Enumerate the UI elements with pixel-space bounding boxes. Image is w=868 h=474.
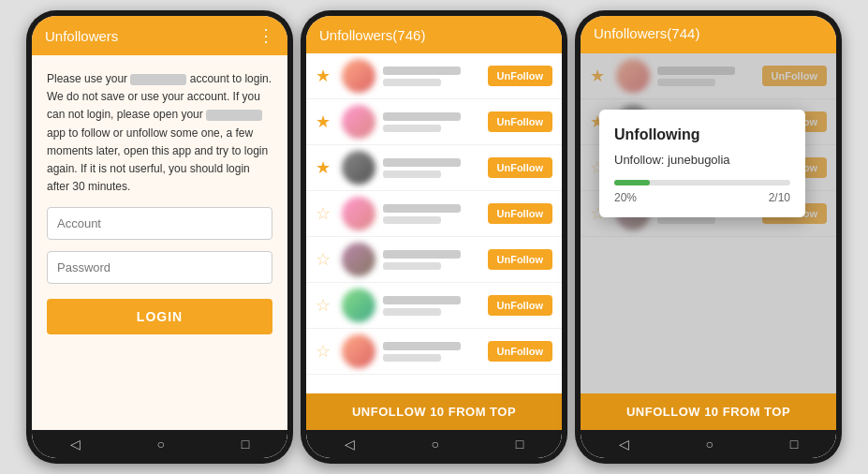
phone-1: Unfollowers ⋮ Please use your account to…: [26, 10, 293, 464]
avatar: [342, 289, 375, 322]
avatar: [342, 243, 375, 276]
unfollow-top-button-3[interactable]: UNFOLLOW 10 FROM TOP: [581, 393, 836, 430]
user-sub-blur: [383, 170, 441, 178]
list-item: ★ UnFollow: [306, 99, 562, 145]
list-item: ☆ UnFollow: [306, 329, 562, 375]
list-item: ☆ UnFollow: [306, 237, 562, 283]
password-input[interactable]: [47, 251, 272, 284]
user-info: [383, 67, 480, 86]
star-icon[interactable]: ★: [316, 157, 334, 178]
username-blur: [383, 112, 461, 121]
progress-count: 2/10: [769, 191, 790, 204]
progress-bar-fill: [614, 180, 650, 185]
nav-home-icon[interactable]: ○: [432, 437, 439, 452]
username-blur: [383, 250, 461, 259]
unfollowing-dialog: Unfollowing Unfollow: junebugolia 20% 2/…: [599, 110, 805, 217]
list-item: ★ UnFollow: [306, 53, 562, 99]
account-input[interactable]: [47, 207, 272, 240]
app-header-3: Unfollowers(744): [581, 16, 836, 53]
info-text: Please use your account to login. We do …: [47, 70, 272, 196]
login-button[interactable]: LOGIN: [47, 299, 272, 334]
avatar: [342, 197, 375, 230]
user-info: [383, 158, 480, 178]
unfollow-button[interactable]: UnFollow: [488, 157, 553, 178]
list-item: ☆ UnFollow: [306, 283, 562, 329]
phone3-screen: ★ UnFollow ★: [581, 53, 836, 430]
unfollow-button[interactable]: UnFollow: [488, 249, 553, 270]
phone-2: Unfollowers(746) ★ UnFollow ★: [301, 10, 567, 464]
star-icon[interactable]: ★: [316, 111, 334, 132]
star-outline-icon[interactable]: ☆: [316, 249, 334, 270]
followers-list: ★ UnFollow ★ UnFollow: [306, 53, 562, 393]
user-sub-blur: [383, 354, 441, 362]
star-outline-icon[interactable]: ☆: [316, 295, 334, 316]
menu-icon[interactable]: ⋮: [257, 25, 274, 46]
user-info: [383, 296, 480, 316]
dialog-overlay: Unfollowing Unfollow: junebugolia 20% 2/…: [581, 53, 836, 430]
unfollow-button[interactable]: UnFollow: [488, 111, 553, 132]
user-sub-blur: [383, 125, 441, 132]
app-header-2: Unfollowers(746): [306, 16, 562, 53]
unfollow-button[interactable]: UnFollow: [488, 66, 553, 86]
progress-bar-bg: [614, 180, 790, 185]
unfollow-button[interactable]: UnFollow: [488, 295, 553, 316]
user-info: [383, 250, 480, 270]
app-header-1: Unfollowers ⋮: [32, 16, 287, 55]
avatar: [342, 151, 375, 185]
blurred-word-1: [130, 74, 186, 85]
unfollow-top-button[interactable]: UNFOLLOW 10 FROM TOP: [306, 393, 562, 430]
nav-recent-icon[interactable]: □: [242, 437, 249, 452]
app-title-1: Unfollowers: [45, 28, 118, 44]
nav-home-icon[interactable]: ○: [706, 437, 714, 452]
user-info: [383, 342, 480, 362]
nav-back-icon[interactable]: ◁: [345, 437, 355, 452]
user-info: [383, 112, 480, 132]
list-item: ★ UnFollow: [306, 145, 562, 191]
unfollow-button[interactable]: UnFollow: [488, 341, 553, 362]
username-blur: [383, 296, 461, 304]
unfollow-label: Unfollow:: [614, 153, 664, 167]
dialog-username-line: Unfollow: junebugolia: [614, 153, 790, 167]
user-sub-blur: [383, 308, 441, 316]
app-title-2: Unfollowers(746): [319, 27, 425, 43]
username-blur: [383, 67, 461, 75]
nav-bar-3: ◁ ○ □: [581, 430, 836, 458]
star-outline-icon[interactable]: ☆: [316, 341, 334, 362]
login-content: Please use your account to login. We do …: [32, 55, 287, 430]
star-icon[interactable]: ★: [316, 66, 334, 86]
progress-info: 20% 2/10: [614, 191, 790, 204]
username-blur: [383, 158, 461, 167]
user-sub-blur: [383, 216, 441, 224]
phone-3: Unfollowers(744) ★ UnFollow ★: [575, 10, 842, 464]
nav-recent-icon[interactable]: □: [516, 437, 523, 452]
avatar: [342, 59, 375, 93]
nav-home-icon[interactable]: ○: [157, 437, 165, 452]
username-blur: [383, 342, 461, 350]
dialog-title: Unfollowing: [614, 126, 790, 143]
unfollow-button[interactable]: UnFollow: [488, 203, 553, 224]
nav-back-icon[interactable]: ◁: [70, 437, 81, 452]
nav-bar-2: ◁ ○ □: [306, 430, 562, 458]
avatar: [342, 105, 375, 139]
star-outline-icon[interactable]: ☆: [316, 203, 334, 224]
nav-back-icon[interactable]: ◁: [619, 437, 629, 452]
user-sub-blur: [383, 262, 441, 270]
list-item: ☆ UnFollow: [306, 191, 562, 237]
user-info: [383, 204, 480, 224]
progress-percent: 20%: [614, 191, 637, 204]
user-sub-blur: [383, 79, 441, 86]
dialog-username: junebugolia: [668, 153, 730, 167]
avatar: [342, 334, 375, 368]
blurred-word-2: [206, 110, 262, 121]
app-title-3: Unfollowers(744): [594, 25, 699, 41]
username-blur: [383, 204, 461, 213]
nav-recent-icon[interactable]: □: [790, 437, 798, 452]
nav-bar-1: ◁ ○ □: [32, 430, 287, 458]
